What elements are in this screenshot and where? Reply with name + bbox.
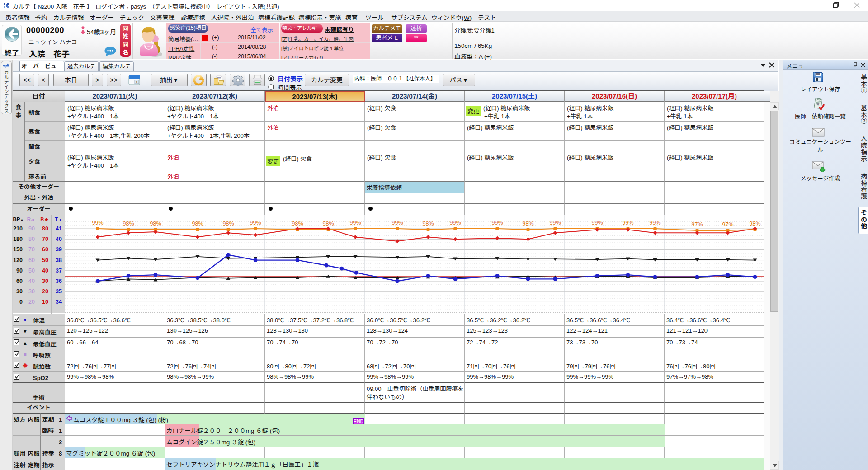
svg-text:99%: 99% (392, 220, 403, 226)
svg-text:98%: 98% (522, 221, 533, 227)
svg-text:99%: 99% (591, 220, 603, 226)
svg-text:98%: 98% (292, 221, 303, 227)
svg-text:98%: 98% (422, 221, 434, 227)
svg-text:98%: 98% (150, 221, 161, 227)
svg-text:97%: 97% (691, 221, 703, 228)
svg-text:98%: 98% (322, 221, 334, 227)
svg-text:99%: 99% (349, 220, 361, 226)
svg-text:99%: 99% (622, 220, 633, 226)
svg-text:99%: 99% (649, 220, 660, 226)
svg-text:99%: 99% (549, 220, 561, 226)
svg-text:99%: 99% (449, 220, 461, 226)
svg-text:98%: 98% (192, 221, 203, 227)
svg-text:99%: 99% (491, 220, 503, 226)
svg-text:98%: 98% (749, 221, 760, 227)
svg-text:99%: 99% (92, 220, 103, 226)
svg-text:97%: 97% (722, 221, 733, 228)
svg-text:99%: 99% (250, 220, 261, 226)
svg-text:1: 1 (136, 80, 138, 84)
svg-text:98%: 98% (123, 221, 134, 227)
svg-text:98%: 98% (222, 221, 234, 227)
